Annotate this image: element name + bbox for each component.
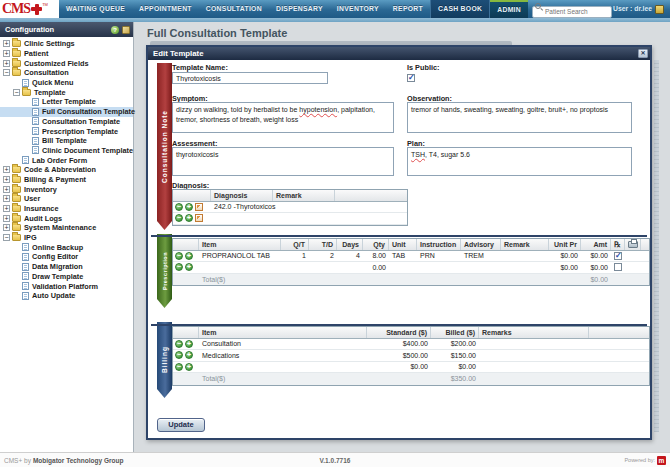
sidebar-item-consultation-template[interactable]: Consultation Template bbox=[0, 117, 133, 127]
expand-icon[interactable]: + bbox=[3, 186, 10, 193]
remove-row-icon[interactable]: − bbox=[175, 214, 183, 222]
expand-icon[interactable]: + bbox=[3, 176, 10, 183]
sidebar-title: Configuration bbox=[5, 25, 111, 34]
nav-inventory[interactable]: INVENTORY bbox=[330, 0, 386, 18]
sidebar-item-label: Full Consultation Template bbox=[42, 107, 135, 116]
sidebar-item-draw-template[interactable]: Draw Template bbox=[0, 272, 133, 282]
remove-row-icon[interactable]: − bbox=[175, 203, 183, 211]
sidebar-item-lab-order-form[interactable]: Lab Order Form bbox=[0, 155, 133, 165]
sidebar-item-consultation[interactable]: −Consultation bbox=[0, 68, 133, 78]
expand-icon[interactable]: + bbox=[3, 60, 10, 67]
total-spacer bbox=[281, 274, 309, 286]
edit-row-icon[interactable] bbox=[195, 203, 203, 211]
folder-icon bbox=[12, 69, 21, 76]
add-row-icon[interactable]: + bbox=[185, 351, 193, 359]
plan-field[interactable]: TSH, T4, sugar 5.6 bbox=[407, 147, 632, 176]
sidebar-item-bill-template[interactable]: Bill Template bbox=[0, 136, 133, 146]
billing-total-row: Total($)$350.00 bbox=[173, 373, 649, 385]
header-actions bbox=[173, 327, 199, 338]
sidebar-item-audit-logs[interactable]: +Audit Logs bbox=[0, 213, 133, 223]
folder-icon bbox=[12, 205, 21, 212]
remove-row-icon[interactable]: − bbox=[175, 252, 183, 260]
expand-icon[interactable]: + bbox=[3, 166, 10, 173]
spacer-cell bbox=[589, 339, 649, 350]
sidebar-item-label: Quick Menu bbox=[32, 78, 73, 87]
rx-checkbox[interactable] bbox=[614, 263, 622, 271]
sidebar-item-online-backup[interactable]: Online Backup bbox=[0, 242, 133, 252]
expand-icon[interactable]: + bbox=[3, 215, 10, 222]
sidebar-item-config-editor[interactable]: Config Editor bbox=[0, 252, 133, 262]
symptom-field[interactable]: dizzy on walking, told by herbalist to b… bbox=[172, 102, 394, 133]
logout-icon[interactable] bbox=[655, 5, 664, 14]
nav-dispensary[interactable]: DISPENSARY bbox=[269, 0, 330, 18]
add-row-icon[interactable]: + bbox=[185, 203, 193, 211]
help-icon[interactable] bbox=[111, 26, 119, 34]
sidebar-item-inventory[interactable]: +Inventory bbox=[0, 184, 133, 194]
printer-icon[interactable] bbox=[628, 241, 638, 248]
add-row-icon[interactable]: + bbox=[185, 214, 193, 222]
nav-consultation[interactable]: CONSULTATION bbox=[199, 0, 269, 18]
sidebar-item-auto-update[interactable]: Auto Update bbox=[0, 291, 133, 301]
expand-icon[interactable]: + bbox=[3, 195, 10, 202]
sidebar-item-code-abbreviation[interactable]: +Code & Abbreviation bbox=[0, 165, 133, 175]
sidebar-item-user[interactable]: +User bbox=[0, 194, 133, 204]
sidebar-item-label: Consultation Template bbox=[42, 117, 120, 126]
nav-admin-active[interactable]: ADMIN bbox=[490, 0, 528, 18]
sidebar-item-prescription-template[interactable]: Prescription Template bbox=[0, 126, 133, 136]
expand-icon[interactable]: + bbox=[3, 50, 10, 57]
sidebar-item-clinic-document-template[interactable]: Clinic Document Template bbox=[0, 146, 133, 156]
close-icon[interactable] bbox=[638, 49, 648, 58]
add-row-icon[interactable]: + bbox=[185, 340, 193, 348]
folder-icon bbox=[12, 40, 21, 47]
sidebar-item-quick-menu[interactable]: Quick Menu bbox=[0, 78, 133, 88]
expand-icon[interactable]: + bbox=[3, 224, 10, 231]
sidebar-item-full-consultation-template[interactable]: Full Consultation Template bbox=[0, 107, 133, 117]
remove-row-icon[interactable]: − bbox=[175, 263, 183, 271]
sidebar-item-validation-platform[interactable]: Validation Platform bbox=[0, 281, 133, 291]
diagnosis-row: −+242.0 -Thyrotoxicos bbox=[173, 202, 407, 214]
spacer-cell bbox=[641, 262, 649, 273]
nav-cash-book[interactable]: CASH BOOK bbox=[430, 0, 490, 18]
collapse-icon[interactable]: − bbox=[3, 69, 10, 76]
sidebar-item-system-maintenance[interactable]: +System Maintenance bbox=[0, 223, 133, 233]
diagnosis-row: −+ bbox=[173, 213, 407, 225]
template-name-input[interactable] bbox=[172, 72, 328, 84]
sidebar-item-letter-template[interactable]: Letter Template bbox=[0, 97, 133, 107]
nav-appointment[interactable]: APPOINTMENT bbox=[132, 0, 199, 18]
sidebar-item-ipg[interactable]: −IPG bbox=[0, 233, 133, 243]
sidebar-item-patient[interactable]: +Patient bbox=[0, 49, 133, 59]
dialog-body: Consultation Note Prescription Billing T… bbox=[148, 60, 650, 438]
add-row-icon[interactable]: + bbox=[185, 363, 193, 371]
sidebar-item-billing-payment[interactable]: +Billing & Payment bbox=[0, 175, 133, 185]
sidebar-item-data-migration[interactable]: Data Migration bbox=[0, 262, 133, 272]
add-row-icon[interactable]: + bbox=[185, 263, 193, 271]
collapse-icon[interactable]: − bbox=[13, 89, 20, 96]
collapse-icon[interactable]: − bbox=[3, 234, 10, 241]
pin-icon[interactable] bbox=[122, 26, 130, 34]
edit-row-icon[interactable] bbox=[195, 214, 203, 222]
patient-search-input[interactable] bbox=[532, 6, 612, 18]
rx-checkbox[interactable] bbox=[614, 252, 622, 260]
observation-field[interactable]: tremor of hands, sweating, sweating, goi… bbox=[407, 102, 632, 133]
sidebar-item-label: Config Editor bbox=[32, 252, 78, 261]
update-button[interactable]: Update bbox=[157, 418, 205, 432]
nav-report[interactable]: REPORT bbox=[386, 0, 430, 18]
sidebar-item-label: Prescription Template bbox=[42, 127, 118, 136]
sidebar-item-template[interactable]: −Template bbox=[0, 87, 133, 97]
sidebar-item-customized-fields[interactable]: +Customized Fields bbox=[0, 58, 133, 68]
add-row-icon[interactable]: + bbox=[185, 252, 193, 260]
remove-row-icon[interactable]: − bbox=[175, 351, 183, 359]
document-icon bbox=[32, 137, 39, 145]
is-public-checkbox[interactable] bbox=[407, 74, 415, 82]
nav-waiting-queue[interactable]: WAITING QUEUE bbox=[59, 0, 132, 18]
amount-cell: $0.00 bbox=[581, 251, 611, 262]
assessment-field[interactable]: thyrotoxicosis bbox=[172, 147, 394, 176]
expand-icon[interactable]: + bbox=[3, 205, 10, 212]
remove-row-icon[interactable]: − bbox=[175, 340, 183, 348]
expand-icon[interactable]: + bbox=[3, 40, 10, 47]
remove-row-icon[interactable]: − bbox=[175, 363, 183, 371]
sidebar-item-clinic-settings[interactable]: +Clinic Settings bbox=[0, 39, 133, 49]
sidebar-item-insurance[interactable]: +Insurance bbox=[0, 204, 133, 214]
standard-cell: $400.00 bbox=[367, 339, 431, 350]
red-cross-icon bbox=[31, 4, 42, 15]
